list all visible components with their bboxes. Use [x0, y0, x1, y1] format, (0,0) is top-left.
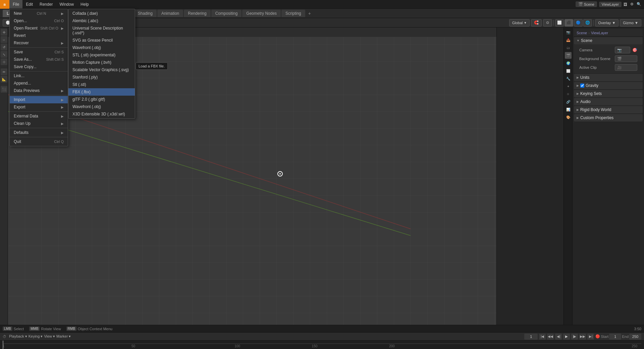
snap-btn[interactable]: 🧲: [531, 19, 542, 27]
menu-import[interactable]: Import ▶: [10, 96, 68, 103]
menu-external-data[interactable]: External Data ▶: [10, 112, 68, 120]
prop-tab-render[interactable]: 📷: [565, 29, 572, 36]
path-scene[interactable]: Scene: [577, 31, 587, 35]
prop-tab-modifier[interactable]: 🔧: [565, 75, 572, 82]
gizmo-btn[interactable]: Gizmo ▼: [620, 19, 641, 27]
import-bvh[interactable]: Motion Capture (.bvh): [68, 59, 135, 66]
render-icon[interactable]: 🖼: [624, 2, 627, 6]
proportional-btn[interactable]: ⊙: [543, 19, 552, 27]
prop-tab-data[interactable]: 📊: [565, 106, 572, 113]
prop-tab-physics[interactable]: ⚛: [565, 91, 572, 97]
end-frame-input[interactable]: 250: [629, 334, 641, 340]
global-orient[interactable]: Global ▼: [509, 19, 530, 27]
import-ply[interactable]: Stanford (.ply): [68, 73, 135, 81]
menu-save[interactable]: Save Ctrl S: [10, 48, 68, 56]
prop-tab-object[interactable]: ⬜: [565, 67, 572, 74]
tab-animation[interactable]: Animation: [157, 10, 183, 17]
import-svg-grease[interactable]: SVG as Grease Pencil: [68, 37, 135, 44]
prop-tab-constraints[interactable]: 🔗: [565, 98, 572, 105]
add-workspace-button[interactable]: +: [306, 10, 313, 17]
prop-tab-view-layer[interactable]: 🗂: [565, 44, 572, 51]
view-layer-selector[interactable]: ViewLayer: [599, 2, 622, 7]
menu-defaults[interactable]: Defaults ▶: [10, 129, 68, 136]
path-view-layer[interactable]: ViewLayer: [591, 31, 608, 35]
camera-pick-icon[interactable]: 🎯: [632, 48, 637, 52]
menu-save-copy[interactable]: Save Copy...: [10, 63, 68, 70]
cursor-tool[interactable]: ✛: [1, 29, 7, 36]
import-alembic[interactable]: Alembic (.abc): [68, 17, 135, 24]
menu-quit[interactable]: Quit Ctrl Q: [10, 138, 68, 145]
prop-tab-particles[interactable]: ✦: [565, 83, 572, 90]
import-stl-exp[interactable]: STL (.stl) (experimental): [68, 51, 135, 59]
tab-shading[interactable]: Shading: [134, 10, 157, 17]
import-svg[interactable]: Scalable Vector Graphics (.svg): [68, 66, 135, 73]
menu-edit[interactable]: Edit: [22, 0, 36, 8]
menu-window[interactable]: Window: [56, 0, 77, 8]
search-icon[interactable]: 🔍: [637, 2, 641, 6]
wireframe-btn[interactable]: ⬜: [555, 19, 564, 27]
jump-end-btn[interactable]: ▶|: [587, 334, 594, 340]
import-gltf[interactable]: glTF 2.0 (.glb/.gltf): [68, 96, 135, 103]
camera-value[interactable]: 📷: [615, 47, 630, 53]
view-dropdown[interactable]: View ▾: [44, 334, 55, 339]
units-section-header[interactable]: ▶ Units: [574, 74, 643, 81]
import-collada[interactable]: Collada (.dae): [68, 10, 135, 17]
tab-compositing[interactable]: Compositing: [211, 10, 242, 17]
playback-dropdown[interactable]: Playback ▾: [9, 334, 27, 339]
tab-rendering[interactable]: Rendering: [184, 10, 210, 17]
rigid-body-header[interactable]: ▶ Rigid Body World: [574, 106, 643, 113]
import-x3d[interactable]: X3D Extensible 3D (.x3d/.wrl): [68, 110, 135, 118]
audio-section-header[interactable]: ▶ Audio: [574, 98, 643, 105]
menu-save-as[interactable]: Save As... Shift Ctrl S: [10, 56, 68, 63]
timeline-icon[interactable]: ⏱: [3, 335, 6, 339]
background-scene-value[interactable]: 🎬: [615, 55, 637, 62]
annotate-tool[interactable]: ✏: [1, 68, 7, 75]
next-frame-btn[interactable]: ▶▶: [579, 334, 586, 340]
gravity-section-header[interactable]: ▶ Gravity: [574, 82, 643, 89]
scale-tool[interactable]: ⤡: [1, 51, 7, 58]
menu-clean-up[interactable]: Clean Up ▶: [10, 120, 68, 127]
menu-open-recent[interactable]: Open Recent Shift Ctrl O ▶: [10, 24, 68, 32]
add-cube-tool[interactable]: ⬛: [1, 86, 7, 93]
prev-keyframe-btn[interactable]: ◀|: [555, 334, 562, 340]
move-tool[interactable]: ↔: [1, 36, 7, 43]
next-keyframe-btn[interactable]: |▶: [571, 334, 578, 340]
marker-dropdown[interactable]: Marker ▾: [56, 334, 71, 339]
material-btn[interactable]: 🔵: [574, 19, 583, 27]
import-wavefront-obj[interactable]: Wavefront (.obj): [68, 44, 135, 51]
menu-revert[interactable]: Revert: [10, 32, 68, 39]
prop-tab-scene[interactable]: 🎬: [565, 52, 572, 59]
transform-tool[interactable]: ⊹: [1, 58, 7, 65]
custom-props-header[interactable]: ▶ Custom Properties: [574, 114, 643, 121]
menu-data-previews[interactable]: Data Previews ▶: [10, 87, 68, 94]
menu-help[interactable]: Help: [77, 0, 92, 8]
overlay-btn[interactable]: Overlay ▼: [595, 19, 619, 27]
settings-icon[interactable]: ⚙: [630, 2, 634, 6]
solid-btn[interactable]: ⬛: [565, 19, 573, 27]
current-frame[interactable]: 1: [524, 334, 538, 340]
start-frame-input[interactable]: 1: [609, 334, 621, 340]
rendered-btn[interactable]: 🌐: [583, 19, 592, 27]
play-btn[interactable]: ▶: [563, 334, 570, 340]
keying-dropdown[interactable]: Keying ▾: [29, 334, 43, 339]
tab-scripting[interactable]: Scripting: [281, 10, 305, 17]
keying-sets-header[interactable]: ▶ Keying Sets: [574, 90, 643, 97]
menu-link[interactable]: Link...: [10, 72, 68, 80]
prop-tab-world[interactable]: 🌍: [565, 60, 572, 66]
import-wavefront-obj-2[interactable]: Wavefront (.obj): [68, 103, 135, 110]
menu-render[interactable]: Render: [36, 0, 56, 8]
tab-geometry-nodes[interactable]: Geometry Nodes: [242, 10, 281, 17]
active-clip-value[interactable]: 🎥: [615, 64, 637, 71]
scene-selector[interactable]: 🎬 Scene: [576, 1, 597, 7]
prop-tab-output[interactable]: 📤: [565, 37, 572, 43]
menu-new[interactable]: New Ctrl N ▶: [10, 10, 68, 17]
import-fbx[interactable]: FBX (.fbx): [68, 88, 135, 96]
rotate-tool[interactable]: ↺: [1, 44, 7, 50]
menu-export[interactable]: Export ▶: [10, 103, 68, 111]
prev-frame-btn[interactable]: ◀◀: [547, 334, 554, 340]
prop-tab-material[interactable]: 🎨: [565, 114, 572, 120]
menu-append[interactable]: Append...: [10, 80, 68, 87]
import-usd[interactable]: Universal Scene Description (.usd*): [68, 24, 135, 37]
jump-start-btn[interactable]: |◀: [539, 334, 546, 340]
menu-open[interactable]: Open... Ctrl O: [10, 17, 68, 24]
